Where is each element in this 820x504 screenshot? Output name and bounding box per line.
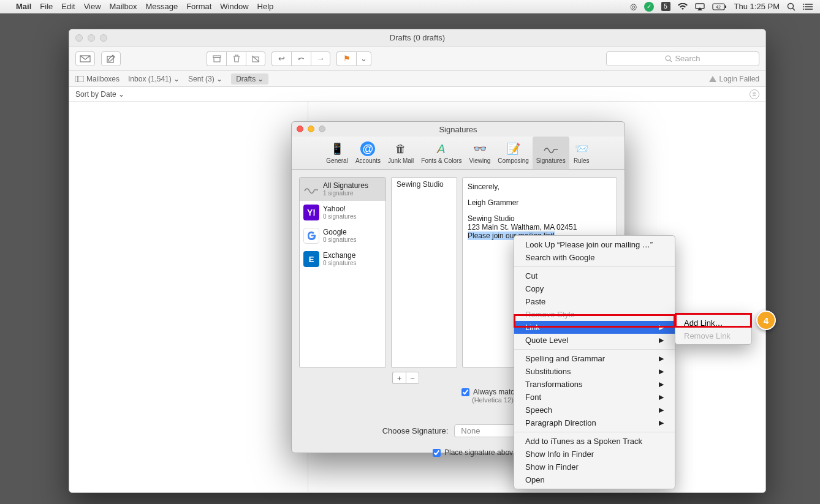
account-yahoo[interactable]: Y! Yahoo!0 signatures — [300, 201, 385, 224]
airplay-icon[interactable] — [695, 3, 705, 10]
menu-list-icon[interactable] — [803, 3, 813, 10]
tab-rules[interactable]: 📨Rules — [569, 137, 594, 169]
ctx-substitutions[interactable]: Substitutions▶ — [514, 365, 675, 378]
always-match-checkbox[interactable] — [461, 388, 469, 396]
pref-minimize-button[interactable] — [308, 126, 314, 132]
place-above-checkbox[interactable] — [433, 449, 441, 457]
add-signature-button[interactable]: + — [392, 372, 406, 384]
ctx-transformations[interactable]: Transformations▶ — [514, 378, 675, 391]
tab-accounts[interactable]: @Accounts — [352, 137, 384, 169]
ctx-font[interactable]: Font▶ — [514, 391, 675, 404]
fav-sent[interactable]: Sent (3) ⌄ — [188, 75, 222, 83]
ctx-cut[interactable]: Cut — [514, 269, 675, 282]
signature-list-column: Sewing Studio — [391, 177, 457, 368]
menubar-clock[interactable]: Thu 1:25 PM — [734, 2, 780, 11]
menu-window[interactable]: Window — [220, 2, 248, 11]
exchange-icon: E — [303, 251, 319, 267]
svg-rect-15 — [214, 58, 220, 62]
battery-icon[interactable]: 42 — [712, 3, 727, 10]
submenu-remove-link: Remove Link — [675, 329, 751, 342]
account-all-signatures[interactable]: All Signatures1 signature — [300, 178, 385, 201]
svg-point-4 — [788, 3, 794, 9]
always-match-label: Always matc — [473, 388, 514, 396]
status-icon[interactable]: ✓ — [644, 2, 654, 12]
search-placeholder: Search — [675, 54, 700, 63]
sig-line: Sincerely, — [468, 182, 612, 191]
reply-button[interactable]: ↩ — [271, 51, 291, 66]
tab-general[interactable]: 📱General — [322, 137, 352, 169]
window-titlebar: Drafts (0 drafts) — [69, 29, 765, 47]
ctx-add-itunes[interactable]: Add to iTunes as a Spoken Track — [514, 435, 675, 448]
tab-composing[interactable]: 📝Composing — [494, 137, 533, 169]
svg-line-19 — [670, 60, 672, 62]
place-above-label: Place signature abov — [444, 448, 513, 457]
minimize-button[interactable] — [88, 34, 95, 42]
menu-edit[interactable]: Edit — [61, 2, 75, 11]
favorites-bar: Mailboxes Inbox (1,541) ⌄ Sent (3) ⌄ Dra… — [69, 71, 765, 87]
tab-junk[interactable]: 🗑Junk Mail — [384, 137, 417, 169]
close-button[interactable] — [75, 34, 83, 42]
menu-message[interactable]: Message — [145, 2, 178, 11]
ctx-link[interactable]: Link▶ — [514, 321, 675, 334]
cloud-icon[interactable]: ◎ — [630, 2, 637, 11]
fav-drafts[interactable]: Drafts ⌄ — [231, 73, 268, 85]
ctx-speech[interactable]: Speech▶ — [514, 404, 675, 416]
delete-button[interactable] — [226, 51, 246, 66]
zoom-button[interactable] — [100, 34, 107, 42]
account-exchange[interactable]: E Exchange0 signatures — [300, 247, 385, 271]
svg-rect-2 — [725, 6, 726, 8]
message-list[interactable] — [69, 102, 308, 492]
ctx-show-finder[interactable]: Show in Finder — [514, 461, 675, 473]
sort-bar: Sort by Date ⌄ ≡ — [69, 87, 765, 102]
fav-inbox[interactable]: Inbox (1,541) ⌄ — [128, 75, 180, 83]
sort-by-dropdown[interactable]: Sort by Date ⌄ — [75, 90, 124, 99]
svg-rect-20 — [75, 76, 78, 82]
ctx-quote-level[interactable]: Quote Level▶ — [514, 334, 675, 347]
mailboxes-toggle[interactable]: Mailboxes — [75, 75, 120, 83]
tab-fonts[interactable]: AFonts & Colors — [417, 137, 465, 169]
ctx-open[interactable]: Open — [514, 473, 675, 486]
login-failed-indicator[interactable]: Login Failed — [708, 75, 759, 83]
ctx-show-info-finder[interactable]: Show Info in Finder — [514, 448, 675, 461]
compose-button[interactable] — [101, 51, 121, 66]
ctx-paste[interactable]: Paste — [514, 295, 675, 308]
svg-point-11 — [803, 9, 804, 10]
ctx-spelling[interactable]: Spelling and Grammar▶ — [514, 352, 675, 365]
menu-mailbox[interactable]: Mailbox — [110, 2, 137, 11]
tab-viewing[interactable]: 👓Viewing — [465, 137, 494, 169]
ctx-paragraph[interactable]: Paragraph Direction▶ — [514, 416, 675, 429]
ctx-search-google[interactable]: Search with Google — [514, 251, 675, 264]
submenu-add-link[interactable]: Add Link… — [675, 317, 751, 329]
signature-list-item[interactable]: Sewing Studio — [392, 178, 457, 191]
account-google[interactable]: Google0 signatures — [300, 224, 385, 247]
app-name[interactable]: Mail — [16, 2, 31, 11]
filter-button[interactable]: ≡ — [750, 89, 759, 99]
remove-signature-button[interactable]: − — [406, 372, 419, 384]
tab-signatures[interactable]: Signatures — [533, 137, 569, 169]
forward-button[interactable]: → — [311, 51, 330, 66]
junk-button[interactable] — [246, 51, 265, 66]
menu-format[interactable]: Format — [186, 2, 211, 11]
search-field[interactable]: Search — [606, 51, 759, 66]
pref-zoom-button[interactable] — [319, 126, 325, 132]
shield-icon[interactable]: 5 — [661, 2, 670, 11]
svg-text:42: 42 — [716, 5, 721, 9]
archive-button[interactable] — [207, 51, 226, 66]
window-title: Drafts (0 drafts) — [390, 33, 445, 42]
spotlight-icon[interactable] — [787, 2, 795, 11]
menu-bar: Mail File Edit View Mailbox Message Form… — [0, 0, 820, 13]
ctx-lookup[interactable]: Look Up “Please join our mailing …” — [514, 238, 675, 251]
menu-help[interactable]: Help — [257, 2, 274, 11]
reply-all-button[interactable]: ⤺ — [291, 51, 311, 66]
junk-icon: 🗑 — [392, 141, 409, 156]
flag-button[interactable]: ⚑ — [336, 51, 356, 66]
svg-point-9 — [803, 4, 804, 5]
menu-view[interactable]: View — [84, 2, 101, 11]
ctx-copy[interactable]: Copy — [514, 282, 675, 295]
wifi-icon[interactable] — [678, 3, 688, 10]
svg-rect-21 — [78, 76, 84, 82]
get-mail-button[interactable] — [75, 51, 95, 66]
flag-dropdown-button[interactable]: ⌄ — [356, 51, 371, 66]
menu-file[interactable]: File — [40, 2, 53, 11]
pref-close-button[interactable] — [297, 126, 303, 132]
